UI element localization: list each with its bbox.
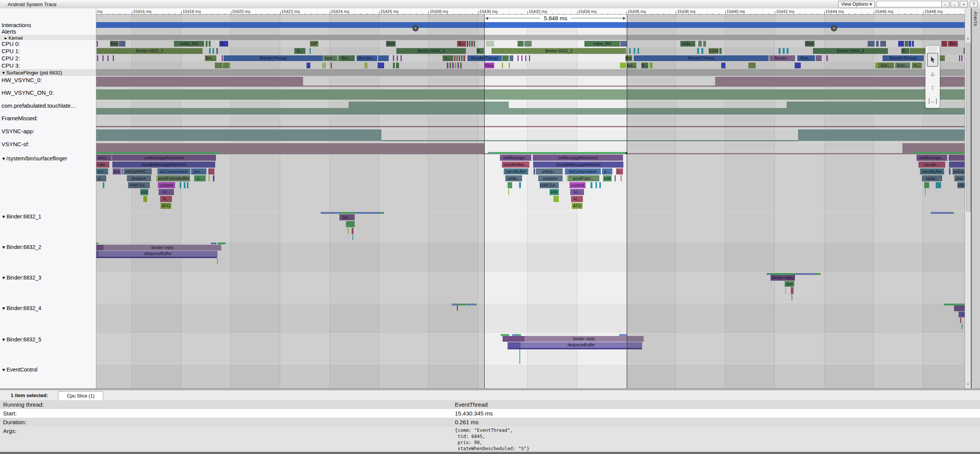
scrollbar-thumb[interactable]	[966, 43, 971, 212]
counter-segment[interactable]	[96, 77, 303, 87]
track-group-label[interactable]: ▾ Binder:6832_2	[2, 244, 41, 250]
trace-slice[interactable]: pre	[113, 168, 121, 174]
trace-slice[interactable]	[525, 55, 526, 61]
trace-slice[interactable]	[467, 41, 468, 47]
trace-slice[interactable]	[348, 228, 349, 234]
trace-slice[interactable]	[925, 189, 926, 195]
trace-slice[interactable]	[209, 41, 211, 47]
trace-slice[interactable]: HW	[140, 189, 148, 195]
trace-slice[interactable]: Binder:6832_2	[97, 48, 203, 54]
trace-slice[interactable]	[102, 55, 104, 61]
search-input[interactable]	[876, 1, 942, 7]
trace-slice[interactable]	[875, 63, 878, 68]
trace-slice[interactable]	[352, 228, 354, 234]
trace-slice[interactable]	[787, 48, 789, 54]
trace-slice[interactable]	[229, 63, 230, 68]
trace-slice[interactable]	[452, 63, 454, 68]
tab-cpu-slice[interactable]: Cpu Slice (1)	[58, 391, 103, 400]
trace-slice[interactable]: handleMes...	[502, 162, 529, 168]
trace-slice[interactable]: commit	[570, 182, 586, 188]
counter-segment[interactable]	[787, 102, 926, 108]
trace-slice[interactable]	[954, 305, 965, 311]
trace-slice[interactable]	[924, 182, 929, 188]
scroll-down-icon[interactable]: ▼	[966, 383, 970, 386]
trace-slice[interactable]	[936, 182, 941, 188]
trace-slice[interactable]: HWCSe...	[540, 182, 559, 188]
trace-slice[interactable]: ksc...	[627, 63, 636, 68]
trace-slice[interactable]: dequeueBuffer	[521, 342, 642, 348]
trace-slice[interactable]	[508, 348, 642, 349]
trace-slice[interactable]	[461, 55, 462, 61]
trace-slice[interactable]: mdss_fb0	[174, 41, 204, 47]
track-group-label[interactable]: ▸ Kernel	[5, 35, 23, 41]
trace-slice[interactable]: H...	[159, 189, 174, 195]
trace-slice[interactable]: mds...	[680, 41, 695, 47]
trace-slice[interactable]: setUp...	[536, 168, 563, 174]
trace-slice[interactable]	[325, 63, 326, 68]
trace-slice[interactable]: add	[603, 175, 612, 181]
trace-slice[interactable]	[816, 55, 822, 61]
trace-slice[interactable]: Bin	[948, 41, 958, 47]
trace-slice[interactable]	[521, 55, 522, 61]
trace-slice[interactable]: Binder:9564_3	[396, 48, 466, 54]
trace-slice[interactable]: B...	[477, 48, 484, 54]
trace-slice[interactable]	[795, 63, 801, 68]
trace-slice[interactable]	[206, 41, 208, 47]
trace-slice[interactable]: p...	[602, 168, 612, 174]
selection-boundary-line[interactable]	[627, 15, 627, 388]
trace-slice[interactable]	[912, 41, 914, 47]
trace-slice[interactable]: B...	[641, 63, 648, 68]
trace-slice[interactable]	[519, 182, 521, 188]
trace-slice[interactable]	[457, 305, 458, 311]
trace-slice[interactable]	[213, 48, 214, 54]
trace-slice[interactable]	[779, 48, 780, 54]
trace-slice[interactable]	[826, 55, 828, 61]
trace-slice[interactable]	[458, 63, 459, 68]
trace-slice[interactable]: p...	[96, 175, 106, 181]
trace-slice[interactable]	[960, 318, 961, 323]
trace-slice[interactable]: hwu	[484, 63, 494, 68]
trace-slice[interactable]	[949, 162, 965, 168]
trace-slice[interactable]	[792, 294, 792, 301]
trace-slice[interactable]	[529, 55, 530, 61]
trace-slice[interactable]: H...	[570, 189, 584, 195]
trace-slice[interactable]: handleMessageRefresh	[112, 162, 215, 168]
find-all-button[interactable]: »	[960, 1, 968, 7]
trace-slice[interactable]	[156, 175, 157, 181]
trace-slice[interactable]	[180, 182, 181, 188]
trace-slice[interactable]	[629, 48, 631, 54]
trace-slice[interactable]	[959, 312, 965, 317]
zoom-tool-button[interactable]: ↕	[927, 81, 938, 94]
counter-segment[interactable]	[381, 140, 798, 141]
trace-slice[interactable]	[503, 336, 524, 342]
trace-slice[interactable]	[868, 41, 875, 47]
trace-slice[interactable]	[346, 221, 355, 227]
selection-boundary-line[interactable]	[484, 15, 485, 388]
trace-slice[interactable]: Binder:6832_2	[492, 48, 626, 54]
trace-slice[interactable]: Bin...	[205, 55, 216, 61]
trace-slice[interactable]	[898, 41, 904, 47]
view-options-button[interactable]: View Options ▾	[838, 1, 875, 8]
trace-slice[interactable]	[615, 175, 616, 181]
trace-slice[interactable]	[703, 41, 706, 47]
trace-slice[interactable]: less...	[96, 155, 112, 161]
trace-slice[interactable]: Eve	[386, 41, 396, 47]
trace-slice[interactable]	[103, 182, 104, 188]
trace-slice[interactable]	[509, 63, 510, 68]
trace-slice[interactable]	[119, 41, 125, 47]
trace-slice[interactable]	[620, 63, 626, 68]
trace-slice[interactable]	[534, 168, 535, 174]
trace-slice[interactable]	[508, 182, 512, 188]
trace-slice[interactable]	[876, 41, 879, 47]
trace-slice[interactable]	[502, 55, 509, 61]
trace-slice[interactable]	[323, 63, 324, 68]
trace-slice[interactable]: Bin...	[338, 55, 355, 61]
trace-slice[interactable]	[959, 55, 960, 61]
trace-slice[interactable]: ATO	[572, 203, 582, 209]
track-group-label[interactable]: ▾ Binder:6832_3	[2, 275, 41, 281]
counter-segment[interactable]	[96, 126, 965, 127]
trace-slice[interactable]: ndle...	[96, 162, 109, 168]
timeline-canvas[interactable]: ▲▲Evemdss_fb0B...GPEveB...mdss_fb0mds...…	[96, 8, 965, 388]
trace-slice[interactable]: k...	[443, 55, 453, 61]
trace-slice[interactable]: RenderThread	[467, 55, 502, 61]
